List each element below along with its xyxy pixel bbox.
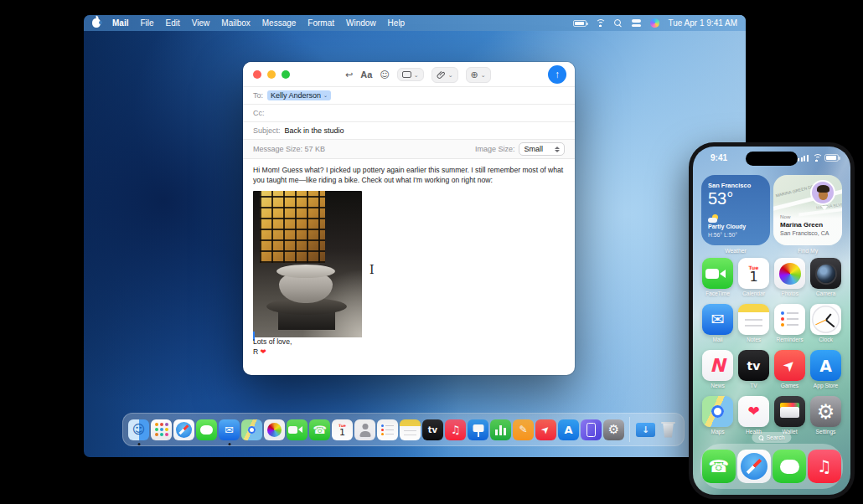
iphone-device: 9:41 San Francisco 53° Partly Cloudy H:5… — [689, 142, 855, 499]
menu-message[interactable]: Message — [262, 18, 297, 28]
dock-appstore-icon[interactable]: A — [558, 419, 579, 440]
iphone-dock-phone-icon[interactable]: ☎ — [702, 450, 736, 483]
image-size-label: Image Size: — [475, 145, 515, 153]
message-size-text: Message Size: 57 KB — [253, 145, 325, 153]
subject-field-row[interactable]: Subject: Back in the studio — [243, 122, 575, 140]
dock-keynote-icon[interactable] — [468, 419, 488, 440]
app-news-icon[interactable]: N — [702, 350, 733, 381]
app-appstore-icon[interactable]: A — [810, 350, 841, 381]
app-tv-icon[interactable]: tv — [738, 350, 769, 381]
menu-file[interactable]: File — [140, 18, 153, 28]
spotlight-icon[interactable] — [614, 19, 623, 28]
message-body[interactable]: Hi Mom! Guess what? I picked up pottery … — [243, 159, 575, 344]
menu-help[interactable]: Help — [388, 18, 406, 28]
siri-icon[interactable] — [650, 18, 659, 28]
message-size-row: Message Size: 57 KB Image Size: Small — [243, 140, 575, 159]
dock-iphone-mirroring-icon[interactable] — [581, 419, 602, 440]
apple-menu-icon[interactable] — [92, 18, 101, 28]
dock-system-settings-icon[interactable]: ⚙ — [603, 419, 624, 440]
emoji-icon[interactable]: ☺ — [380, 70, 389, 80]
signature-initial: R — [253, 347, 258, 356]
cc-label: Cc: — [253, 109, 265, 117]
to-field-row[interactable]: To: Kelly Anderson ⌄ — [243, 87, 575, 105]
dock-phone-icon[interactable]: ☎ — [309, 419, 330, 440]
recipient-token[interactable]: Kelly Anderson ⌄ — [267, 90, 331, 100]
search-label: Search — [766, 435, 784, 440]
menu-bar-clock[interactable]: Tue Apr 1 9:41 AM — [669, 18, 737, 28]
undo-icon[interactable]: ↩ — [345, 70, 353, 80]
menu-app-mail[interactable]: Mail — [112, 18, 128, 28]
dock-contacts-icon[interactable] — [354, 419, 375, 440]
dock-messages-icon[interactable] — [196, 419, 217, 440]
iphone-dock-safari-icon[interactable] — [737, 450, 771, 483]
iphone-dock-music-icon[interactable]: ♫ — [808, 450, 841, 483]
dock-pages-icon[interactable]: ✎ — [513, 419, 534, 440]
attach-button[interactable]: ⌄ — [432, 67, 458, 83]
menu-edit[interactable]: Edit — [166, 18, 180, 28]
iphone-dock-messages-icon[interactable] — [773, 450, 806, 483]
app-facetime-icon[interactable] — [702, 258, 733, 289]
spotlight-search-pill[interactable]: Search — [752, 432, 791, 443]
dock-downloads-icon[interactable]: ↓ — [635, 419, 656, 440]
insert-menu-button[interactable]: ⊕⌄ — [466, 67, 491, 83]
find-my-widget[interactable]: MARINA GREEN DR MARINA BLVD Now Marina G… — [773, 175, 842, 245]
attachment-photo-pottery[interactable] — [253, 191, 362, 337]
body-paragraph: Hi Mom! Guess what? I picked up pottery … — [253, 166, 565, 185]
dock-facetime-icon[interactable] — [287, 419, 307, 440]
app-reminders-icon[interactable] — [774, 304, 805, 335]
app-settings-icon[interactable]: ⚙ — [810, 396, 841, 427]
weather-widget[interactable]: San Francisco 53° Partly Cloudy H:56° L:… — [701, 175, 770, 245]
app-health-icon[interactable]: ❤ — [738, 396, 769, 427]
menu-view[interactable]: View — [192, 18, 210, 28]
close-window-button[interactable] — [253, 70, 261, 79]
zoom-window-button[interactable] — [282, 70, 290, 79]
chevron-down-icon: ⌄ — [414, 72, 419, 78]
wifi-icon — [812, 154, 821, 162]
dock-numbers-icon[interactable] — [490, 419, 511, 440]
dock-reminders-icon[interactable] — [377, 419, 398, 440]
app-mail-icon[interactable]: ✉ — [702, 304, 733, 335]
battery-icon[interactable] — [573, 20, 587, 27]
findmy-place: Marina Green — [780, 221, 823, 229]
dock-safari-icon[interactable] — [173, 419, 194, 440]
window-titlebar[interactable]: ↩ Aa ☺ ⌄ ⌄ ⊕⌄ ↑ — [243, 62, 575, 87]
app-notes-icon[interactable] — [738, 304, 769, 335]
dock-notes-icon[interactable] — [400, 419, 421, 440]
dock-tv-icon[interactable]: tv — [422, 419, 443, 440]
photo-browser-button[interactable]: ⌄ — [397, 68, 424, 81]
dock-calendar-icon[interactable]: Tue 1 — [332, 419, 353, 440]
dock-music-icon[interactable]: ♫ — [445, 419, 466, 440]
app-wallet-icon[interactable] — [774, 396, 805, 427]
menu-window[interactable]: Window — [346, 18, 376, 28]
chevron-down-icon: ⌄ — [448, 72, 453, 78]
format-icon[interactable]: Aa — [360, 70, 372, 80]
menu-mailbox[interactable]: Mailbox — [221, 18, 250, 28]
control-center-icon[interactable] — [632, 19, 641, 27]
app-clock-icon[interactable] — [810, 304, 841, 335]
wifi-icon[interactable] — [596, 19, 605, 27]
cellular-signal-icon — [798, 155, 809, 162]
send-button[interactable]: ↑ — [548, 65, 566, 84]
app-camera-icon[interactable] — [810, 258, 841, 289]
minimize-window-button[interactable] — [267, 70, 276, 79]
dock-mail-icon[interactable]: ✉ — [219, 419, 240, 440]
iphone-home-screen: 9:41 San Francisco 53° Partly Cloudy H:5… — [693, 147, 850, 495]
dock-launchpad-icon[interactable] — [151, 419, 172, 440]
app-games-icon[interactable]: ➤ — [774, 350, 805, 381]
photo-browser-icon — [402, 71, 411, 78]
dock-games-icon[interactable]: ➤ — [535, 419, 556, 440]
menu-format[interactable]: Format — [307, 18, 334, 28]
recipient-name: Kelly Anderson — [271, 91, 321, 100]
app-photos-icon[interactable] — [774, 258, 805, 289]
mac-desktop: Mail File Edit View Mailbox Message Form… — [84, 15, 746, 457]
app-calendar-icon[interactable]: Tue1 — [738, 258, 769, 289]
battery-icon — [824, 154, 839, 162]
image-size-dropdown[interactable]: Small — [519, 142, 565, 156]
app-maps-icon[interactable] — [702, 396, 733, 427]
dock-trash-icon[interactable] — [658, 419, 679, 440]
dock-maps-icon[interactable] — [241, 419, 262, 440]
insert-menu-icon: ⊕ — [471, 70, 478, 80]
dock-photos-icon[interactable] — [264, 419, 285, 440]
cc-field-row[interactable]: Cc: — [243, 105, 575, 122]
dock-finder-icon[interactable]: ☺ — [128, 419, 149, 440]
